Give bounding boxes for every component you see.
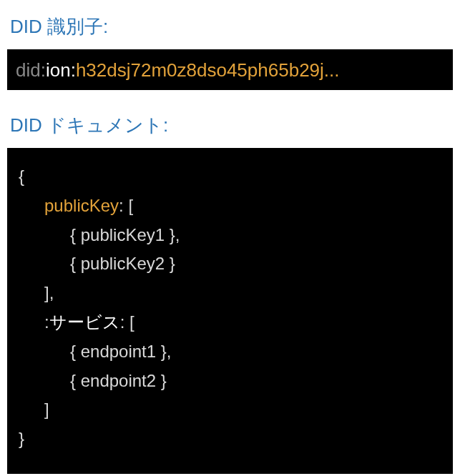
endpoint1: endpoint1 (81, 342, 156, 361)
punct: }, (165, 225, 180, 244)
punct: { (70, 342, 81, 361)
punct: } (165, 254, 175, 273)
did-scheme: did (16, 59, 41, 81)
code-line: { endpoint1 }, (19, 337, 441, 367)
code-line: ] (19, 395, 441, 425)
punct: }, (156, 342, 171, 361)
close-bracket: ] (44, 400, 49, 419)
key-service: サービス (49, 312, 120, 332)
did-value: h32dsj72m0z8dso45ph65b29j... (76, 59, 340, 81)
code-line: publicKey: [ (19, 192, 441, 221)
did-colon-2: : (71, 59, 76, 81)
close-brace: } (19, 429, 24, 448)
key-publickey: publicKey (44, 196, 119, 215)
publickey1: publicKey1 (81, 225, 165, 244)
did-method: ion (46, 59, 71, 81)
punct: { (70, 371, 81, 390)
identifier-label: DID 識別子: (10, 14, 453, 39)
punct: { (70, 225, 81, 244)
code-line: } (19, 425, 441, 454)
close-bracket: ], (44, 283, 54, 302)
punct: } (156, 371, 167, 390)
publickey2: publicKey2 (81, 254, 165, 273)
did-identifier-box: did:ion:h32dsj72m0z8dso45ph65b29j... (7, 49, 453, 90)
punct: : [ (119, 196, 133, 215)
page-root: DID 識別子: did:ion:h32dsj72m0z8dso45ph65b2… (0, 0, 460, 476)
code-line: ], (19, 279, 441, 308)
punct: : (44, 312, 49, 332)
did-document-box: { publicKey: [ { publicKey1 }, { publicK… (7, 148, 453, 474)
open-brace: { (19, 167, 24, 186)
code-line: { publicKey2 } (19, 249, 441, 279)
document-label: DID ドキュメント: (10, 113, 453, 138)
code-line: :サービス: [ (19, 308, 441, 337)
code-line: { publicKey1 }, (19, 221, 441, 250)
code-line: { endpoint2 } (19, 367, 441, 396)
did-colon-1: : (41, 59, 46, 81)
code-line: { (19, 162, 441, 192)
endpoint2: endpoint2 (81, 371, 156, 390)
punct: : [ (120, 312, 134, 332)
punct: { (70, 254, 81, 273)
